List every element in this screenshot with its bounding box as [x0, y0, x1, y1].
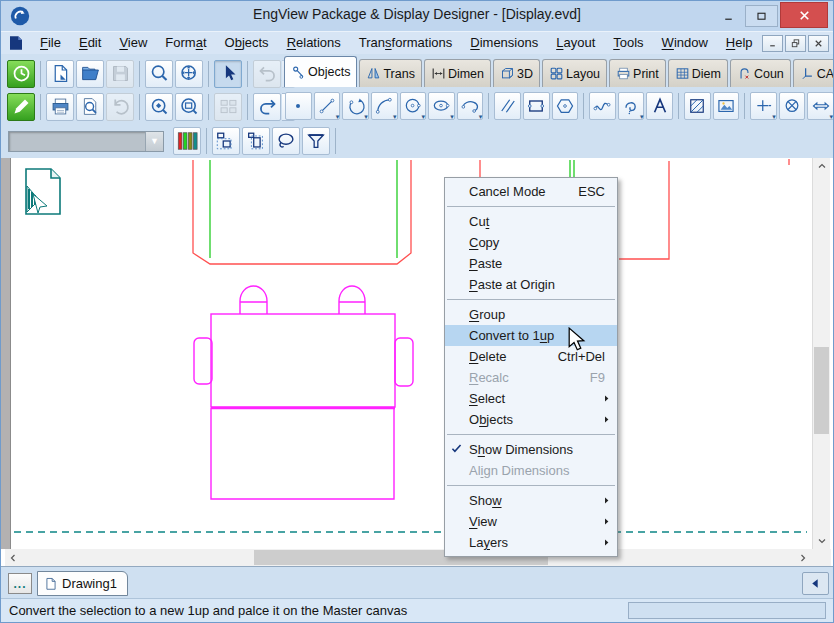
- mdi-minimize-button[interactable]: [762, 35, 783, 52]
- tab-3d[interactable]: 3D: [493, 59, 540, 87]
- dropdown-corner-icon[interactable]: ▾: [336, 113, 340, 120]
- menu-edit[interactable]: Edit: [70, 33, 110, 53]
- dropdown-corner-icon[interactable]: ▾: [772, 113, 776, 120]
- arc-ellipse-button[interactable]: ▾: [457, 92, 484, 120]
- revert-button[interactable]: [106, 93, 134, 121]
- find-button[interactable]: [145, 60, 173, 88]
- line-button[interactable]: ▾: [314, 92, 341, 120]
- menu-item-cancel-mode[interactable]: Cancel ModeESC: [445, 181, 617, 202]
- menu-format[interactable]: Format: [156, 33, 215, 53]
- centerline-button[interactable]: ▾: [750, 92, 777, 120]
- tab-layou[interactable]: Layou: [542, 59, 607, 87]
- menu-dimensions[interactable]: Dimensions: [461, 33, 547, 53]
- dropdown-corner-icon[interactable]: ▾: [830, 113, 834, 120]
- drawing-canvas[interactable]: [12, 158, 812, 549]
- mdi-close-button[interactable]: [808, 35, 829, 52]
- polygon-button[interactable]: [552, 92, 579, 120]
- circle-button[interactable]: ▾: [400, 92, 427, 120]
- grid-button[interactable]: [214, 93, 242, 121]
- edit-pencil-button[interactable]: [7, 93, 35, 121]
- chevron-down-icon[interactable]: ▼: [145, 132, 163, 151]
- ellipse-button[interactable]: ▾: [428, 92, 455, 120]
- stretch-button[interactable]: ▾: [807, 92, 834, 120]
- menu-item-paste-at-origin[interactable]: Paste at Origin: [445, 274, 617, 295]
- freehand-button[interactable]: ▾: [618, 92, 645, 120]
- menu-item-group[interactable]: Group: [445, 304, 617, 325]
- dropdown-corner-icon[interactable]: ▾: [640, 113, 644, 120]
- scroll-right-button[interactable]: [795, 549, 811, 566]
- more-tabs-button[interactable]: ...: [8, 573, 32, 594]
- menu-help[interactable]: Help: [717, 33, 762, 53]
- history-button[interactable]: [7, 60, 35, 88]
- menu-transformations[interactable]: Transformations: [350, 33, 461, 53]
- vertical-scroll-thumb[interactable]: [814, 347, 829, 434]
- dropdown-corner-icon[interactable]: ▾: [422, 113, 426, 120]
- scroll-up-button[interactable]: [813, 158, 830, 174]
- image-button[interactable]: [713, 92, 740, 120]
- menu-item-convert-to-1up[interactable]: Convert to 1up: [445, 325, 617, 346]
- tab-scroll-left-button[interactable]: [802, 572, 829, 595]
- menu-item-show-dimensions[interactable]: Show Dimensions: [445, 439, 617, 460]
- menu-item-cut[interactable]: Cut: [445, 211, 617, 232]
- new-file-button[interactable]: [46, 60, 74, 88]
- select-single-button[interactable]: [242, 127, 270, 155]
- dropdown-corner-icon[interactable]: ▾: [450, 113, 454, 120]
- menu-item-select[interactable]: Select: [445, 388, 617, 409]
- dropdown-corner-icon[interactable]: ▾: [364, 113, 368, 120]
- menu-tools[interactable]: Tools: [604, 33, 652, 53]
- zoom-selection-button[interactable]: [145, 93, 173, 121]
- colorbars-button[interactable]: [173, 127, 201, 155]
- scroll-down-button[interactable]: [813, 533, 830, 549]
- hatch-button[interactable]: [684, 92, 711, 120]
- menu-item-copy[interactable]: Copy: [445, 232, 617, 253]
- zoom-extents-button[interactable]: [175, 60, 203, 88]
- open-folder-button[interactable]: [76, 60, 104, 88]
- undo-button[interactable]: [253, 60, 281, 88]
- tab-diem[interactable]: Diem: [668, 59, 728, 87]
- tab-dimen[interactable]: Dimen: [424, 59, 491, 87]
- style-combobox[interactable]: ▼: [8, 131, 164, 152]
- menu-item-objects[interactable]: Objects: [445, 409, 617, 430]
- spline-button[interactable]: [589, 92, 616, 120]
- menu-window[interactable]: Window: [653, 33, 717, 53]
- save-button[interactable]: [106, 60, 134, 88]
- menu-item-view[interactable]: View: [445, 511, 617, 532]
- tab-objects[interactable]: Objects: [284, 56, 357, 87]
- tab-print[interactable]: Print: [609, 59, 666, 87]
- menu-file[interactable]: File: [31, 33, 70, 53]
- menu-item-show[interactable]: Show: [445, 490, 617, 511]
- menu-item-layers[interactable]: Layers: [445, 532, 617, 553]
- lasso-button[interactable]: [272, 127, 300, 155]
- rectangle-button[interactable]: [523, 92, 550, 120]
- zoom-window-button[interactable]: [175, 93, 203, 121]
- menu-relations[interactable]: Relations: [278, 33, 350, 53]
- redo-button[interactable]: [253, 93, 281, 121]
- arc-button[interactable]: ▾: [371, 92, 398, 120]
- tab-coun[interactable]: Coun: [730, 59, 791, 87]
- print-button[interactable]: [46, 93, 74, 121]
- filter-button[interactable]: [302, 127, 330, 155]
- arc-start-button[interactable]: ▾: [342, 92, 369, 120]
- point-button[interactable]: [285, 92, 312, 120]
- scroll-left-button[interactable]: [5, 549, 21, 566]
- horizontal-scrollbar[interactable]: [5, 549, 811, 566]
- minimize-button[interactable]: [712, 5, 745, 27]
- menu-view[interactable]: View: [110, 33, 156, 53]
- parallel-lines-button[interactable]: [494, 92, 521, 120]
- menu-item-delete[interactable]: DeleteCtrl+Del: [445, 346, 617, 367]
- cursor-button[interactable]: [214, 60, 242, 88]
- bridge-button[interactable]: [779, 92, 806, 120]
- dropdown-corner-icon[interactable]: ▾: [393, 113, 397, 120]
- tab-trans[interactable]: Trans: [359, 59, 422, 87]
- maximize-button[interactable]: [745, 5, 778, 27]
- close-button[interactable]: [780, 2, 828, 28]
- tab-cam[interactable]: CAM: [793, 59, 834, 87]
- vertical-scrollbar[interactable]: [812, 158, 830, 549]
- select-objects-button[interactable]: [212, 127, 240, 155]
- menu-layout[interactable]: Layout: [547, 33, 604, 53]
- menu-item-paste[interactable]: Paste: [445, 253, 617, 274]
- print-preview-button[interactable]: [76, 93, 104, 121]
- menu-objects[interactable]: Objects: [216, 33, 278, 53]
- text-button[interactable]: [646, 92, 673, 120]
- document-tab-drawing1[interactable]: Drawing1: [37, 571, 128, 596]
